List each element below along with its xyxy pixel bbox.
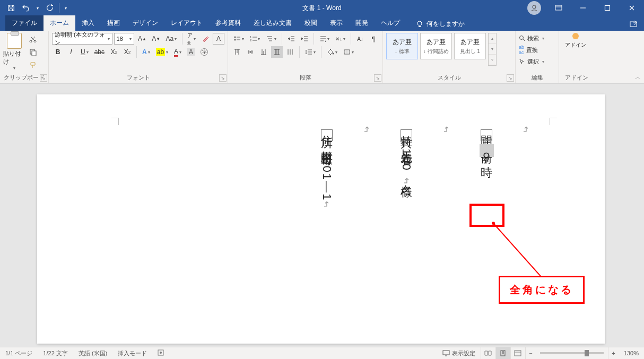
tab-insert[interactable]: 挿入 (75, 15, 101, 31)
text-effects-icon[interactable]: A (140, 46, 152, 58)
bold-icon[interactable]: B (52, 46, 64, 58)
status-macro-icon[interactable] (152, 349, 169, 357)
read-mode-icon[interactable] (481, 347, 495, 360)
print-layout-icon[interactable] (495, 347, 510, 360)
style-normal[interactable]: あア亜 ↓ 標準 (386, 33, 418, 59)
tab-references[interactable]: 参考資料 (209, 15, 247, 31)
enclose-white-icon[interactable]: 字 (198, 46, 210, 58)
character-shading-icon[interactable]: A (185, 46, 197, 58)
redo-icon[interactable] (42, 1, 56, 15)
increase-indent-icon[interactable] (299, 33, 310, 45)
svg-text:2: 2 (250, 39, 252, 42)
borders-icon[interactable] (341, 46, 356, 58)
ribbon-display-icon[interactable] (546, 0, 571, 16)
tab-mailings[interactable]: 差し込み文書 (247, 15, 298, 31)
paragraph-launcher-icon[interactable]: ↘ (374, 74, 381, 82)
enclose-character-icon[interactable]: A (213, 33, 224, 45)
style-heading1[interactable]: あア亜 見出し 1 (454, 33, 486, 59)
shrink-font-icon[interactable]: A▼ (150, 33, 162, 45)
collapse-ribbon-icon[interactable]: ︿ (635, 73, 641, 81)
phonetic-guide-icon[interactable]: ア亜 (186, 33, 198, 45)
tell-me[interactable]: 何をしますか (412, 17, 469, 31)
tab-view[interactable]: 表示 (324, 15, 349, 31)
change-case-icon[interactable]: Aa (164, 33, 179, 45)
status-mode[interactable]: 挿入モード (112, 349, 152, 357)
show-marks-icon[interactable]: ¶ (368, 33, 379, 45)
numbering-icon[interactable]: 12 (248, 33, 263, 45)
style-up-icon[interactable]: ▴ (489, 33, 496, 44)
cut-icon[interactable] (27, 33, 39, 45)
display-settings[interactable]: 表示設定 (437, 349, 481, 357)
qat-customize-icon[interactable]: ▾ (62, 1, 69, 15)
zoom-in-icon[interactable]: + (608, 347, 619, 360)
page[interactable]: ↵ 開店午前９時↵ ↵ 特典先着 100 名様↵ ↵ 住所中区桜町 1001―1… (37, 94, 605, 344)
tab-developer[interactable]: 開発 (349, 15, 375, 31)
align-top-icon[interactable] (231, 46, 243, 58)
group-editing-label: 編集 (519, 73, 555, 83)
highlight-icon[interactable]: ab (154, 46, 170, 58)
decrease-indent-icon[interactable] (285, 33, 297, 45)
subscript-icon[interactable]: X2 (108, 46, 120, 58)
zoom-slider[interactable] (540, 352, 604, 354)
align-justify-v-icon[interactable] (271, 46, 283, 58)
web-layout-icon[interactable] (510, 347, 525, 360)
minimize-icon[interactable] (571, 0, 595, 16)
font-launcher-icon[interactable]: ↘ (219, 74, 227, 82)
addin-button[interactable]: アドイン (562, 33, 589, 49)
bullets-icon[interactable] (231, 33, 246, 45)
align-center-v-icon[interactable] (245, 46, 256, 58)
status-words[interactable]: 1/22 文字 (38, 349, 73, 357)
clipboard-launcher-icon[interactable]: ↘ (40, 74, 47, 82)
copy-icon[interactable] (27, 46, 39, 58)
font-size-combo[interactable]: 18▾ (114, 33, 135, 45)
shading-icon[interactable] (325, 46, 340, 58)
font-name-combo[interactable]: 游明朝 (本文のフォン▾ (52, 33, 112, 45)
line-spacing-icon[interactable] (303, 46, 318, 58)
svg-rect-2 (605, 6, 610, 11)
tab-file[interactable]: ファイル (5, 15, 43, 31)
text-direction-icon[interactable] (317, 33, 332, 45)
status-page[interactable]: 1/1 ページ (0, 349, 38, 357)
account-icon[interactable] (527, 1, 541, 15)
strikethrough-icon[interactable]: abc (92, 46, 107, 58)
undo-more-icon[interactable]: ▾ (34, 1, 41, 15)
style-down-icon[interactable]: ▾ (489, 44, 496, 55)
sort-icon[interactable]: A↓ (354, 33, 366, 45)
tab-help[interactable]: ヘルプ (375, 15, 406, 31)
select-button[interactable]: 選択▾ (519, 56, 555, 67)
group-clipboard: 貼り付け ▾ クリップボード ↘ (0, 31, 49, 83)
font-color-icon[interactable]: A (172, 46, 184, 58)
save-icon[interactable] (4, 1, 18, 15)
lightbulb-icon (416, 21, 423, 28)
underline-icon[interactable]: U (79, 46, 91, 58)
multilevel-list-icon[interactable] (264, 33, 279, 45)
format-painter-icon[interactable] (27, 59, 39, 71)
status-lang[interactable]: 英語 (米国) (73, 349, 112, 357)
clear-formatting-icon[interactable] (199, 33, 211, 45)
tab-layout[interactable]: レイアウト (164, 15, 209, 31)
tab-design[interactable]: デザイン (126, 15, 164, 31)
tab-review[interactable]: 校閲 (298, 15, 324, 31)
zoom-level[interactable]: 130% (619, 350, 644, 356)
close-icon[interactable] (620, 0, 644, 16)
svg-rect-1 (555, 5, 562, 10)
style-more-icon[interactable]: ▿ (489, 55, 496, 65)
paste-button[interactable]: 貼り付け ▾ (3, 33, 25, 71)
undo-icon[interactable] (19, 1, 33, 15)
align-bottom-icon[interactable] (258, 46, 269, 58)
grow-font-icon[interactable]: A▲ (136, 33, 148, 45)
superscript-icon[interactable]: X2 (121, 46, 133, 58)
find-button[interactable]: 検索▾ (519, 33, 555, 43)
distributed-icon[interactable] (284, 46, 296, 58)
asian-layout-icon[interactable]: ✕↓ (333, 33, 347, 45)
replace-button[interactable]: abac 置換 (519, 45, 555, 55)
tab-draw[interactable]: 描画 (101, 15, 126, 31)
style-gallery-scroll[interactable]: ▴ ▾ ▿ (488, 33, 497, 66)
styles-launcher-icon[interactable]: ↘ (507, 74, 514, 82)
style-no-spacing[interactable]: あア亜 ↓ 行間詰め (420, 33, 452, 59)
maximize-icon[interactable] (595, 0, 620, 16)
italic-icon[interactable]: I (65, 46, 77, 58)
share-icon[interactable] (628, 18, 640, 30)
zoom-out-icon[interactable]: − (525, 347, 536, 360)
tab-home[interactable]: ホーム (43, 15, 75, 31)
